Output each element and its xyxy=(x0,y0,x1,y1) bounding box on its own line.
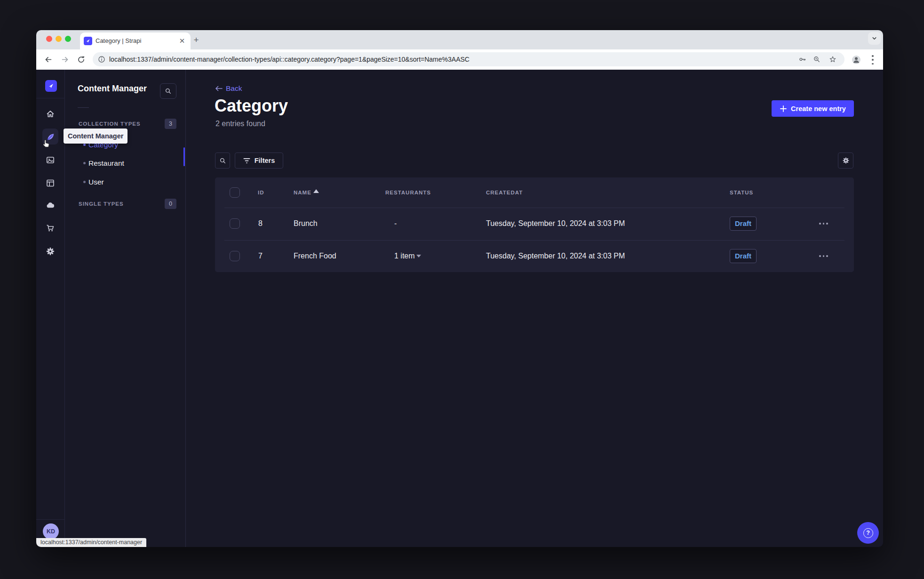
reload-icon[interactable] xyxy=(77,56,85,64)
strapi-favicon xyxy=(84,37,92,45)
cell-restaurants: 1 item xyxy=(394,251,415,261)
close-window-button[interactable] xyxy=(46,36,52,42)
cell-createdat: Tuesday, September 10, 2024 at 3:03 PM xyxy=(486,219,625,228)
main-content: Back Category 2 entries found Create new… xyxy=(186,70,883,547)
forward-icon[interactable] xyxy=(61,56,69,64)
cell-name: French Food xyxy=(294,251,336,261)
row-actions-icon[interactable] xyxy=(819,255,830,257)
media-library-icon[interactable] xyxy=(46,155,55,165)
browser-profile-icon[interactable] xyxy=(852,55,861,64)
expand-relation-caret-icon[interactable] xyxy=(416,255,421,257)
active-item-indicator xyxy=(183,147,185,166)
cell-name: Brunch xyxy=(294,219,318,228)
filters-button[interactable]: Filters xyxy=(235,153,283,169)
row-checkbox[interactable] xyxy=(230,251,240,261)
question-mark-icon: ? xyxy=(863,528,873,538)
browser-status-bar: localhost:1337/admin/content-manager xyxy=(36,538,146,547)
gear-icon xyxy=(842,157,850,164)
table-settings-button[interactable] xyxy=(838,153,853,169)
subnav-title: Content Manager xyxy=(78,83,147,94)
row-actions-icon[interactable] xyxy=(819,222,830,225)
content-type-builder-icon[interactable] xyxy=(46,178,55,188)
page-title: Category xyxy=(215,96,288,116)
hand-cursor xyxy=(42,139,50,148)
sort-ascending-icon[interactable] xyxy=(313,189,319,193)
nav-rail: KD xyxy=(36,70,65,547)
subnav-search-button[interactable] xyxy=(160,83,176,99)
status-badge: Draft xyxy=(730,249,757,263)
tab-search-button[interactable] xyxy=(868,32,881,45)
back-arrow-icon xyxy=(215,85,223,92)
browser-window: Category | Strapi ✕ + localhost:1337/adm… xyxy=(36,30,883,547)
browser-toolbar: localhost:1337/admin/content-manager/col… xyxy=(36,49,883,70)
user-avatar[interactable]: KD xyxy=(43,523,59,539)
row-checkbox[interactable] xyxy=(230,218,240,229)
marketplace-cart-icon[interactable] xyxy=(46,224,55,233)
single-types-count-badge: 0 xyxy=(165,199,176,209)
page-info-icon[interactable] xyxy=(98,56,105,63)
content-manager-tooltip: Content Manager xyxy=(64,129,127,144)
tab-close-icon[interactable]: ✕ xyxy=(178,32,186,49)
search-icon xyxy=(219,157,226,164)
column-header-status[interactable]: STATUS xyxy=(730,189,753,196)
cell-createdat: Tuesday, September 10, 2024 at 3:03 PM xyxy=(486,251,625,261)
entries-table: ID NAME RESTAURANTS CREATEDAT STATUS 8 B… xyxy=(215,177,854,272)
collection-types-label: COLLECTION TYPES xyxy=(79,121,141,127)
status-badge: Draft xyxy=(730,217,757,231)
back-icon[interactable] xyxy=(44,56,52,64)
cell-restaurants: - xyxy=(394,219,397,228)
tab-strip: Category | Strapi ✕ + xyxy=(36,30,883,49)
collection-types-count-badge: 3 xyxy=(165,119,176,129)
entries-count: 2 entries found xyxy=(215,120,265,128)
single-types-label: SINGLE TYPES xyxy=(79,201,124,207)
column-header-id[interactable]: ID xyxy=(258,189,264,196)
column-header-restaurants[interactable]: RESTAURANTS xyxy=(385,189,431,196)
bookmark-star-icon[interactable] xyxy=(829,56,836,63)
table-search-button[interactable] xyxy=(215,153,230,169)
select-all-checkbox[interactable] xyxy=(230,187,240,198)
create-new-entry-button[interactable]: Create new entry xyxy=(772,100,854,117)
tab-title: Category | Strapi xyxy=(96,32,141,49)
zoom-icon[interactable] xyxy=(813,56,820,63)
cell-id: 7 xyxy=(258,251,263,261)
cloud-icon[interactable] xyxy=(46,201,55,210)
sidebar-item-restaurant[interactable]: Restaurant xyxy=(88,159,124,168)
home-icon[interactable] xyxy=(46,109,55,119)
cell-id: 8 xyxy=(258,219,263,228)
minimize-window-button[interactable] xyxy=(56,36,62,42)
column-header-name[interactable]: NAME xyxy=(294,189,311,196)
help-button[interactable]: ? xyxy=(857,522,879,544)
browser-menu-icon[interactable] xyxy=(872,55,874,64)
new-tab-button[interactable]: + xyxy=(190,34,202,47)
password-key-icon[interactable] xyxy=(799,56,806,63)
plus-icon xyxy=(780,105,787,113)
settings-gear-icon[interactable] xyxy=(46,247,55,256)
column-header-createdat[interactable]: CREATEDAT xyxy=(486,189,523,196)
browser-tab[interactable]: Category | Strapi ✕ xyxy=(80,32,191,49)
maximize-window-button[interactable] xyxy=(65,36,71,42)
url-bar[interactable]: localhost:1337/admin/content-manager/col… xyxy=(93,52,844,66)
url-text[interactable]: localhost:1337/admin/content-manager/col… xyxy=(109,52,470,66)
filter-icon xyxy=(243,158,250,164)
sidebar-item-user[interactable]: User xyxy=(88,177,104,187)
search-icon xyxy=(165,88,172,95)
strapi-admin-app: KD Content Manager COLLECTION TYPES 3 Ca… xyxy=(36,70,883,547)
strapi-logo[interactable] xyxy=(45,80,57,92)
